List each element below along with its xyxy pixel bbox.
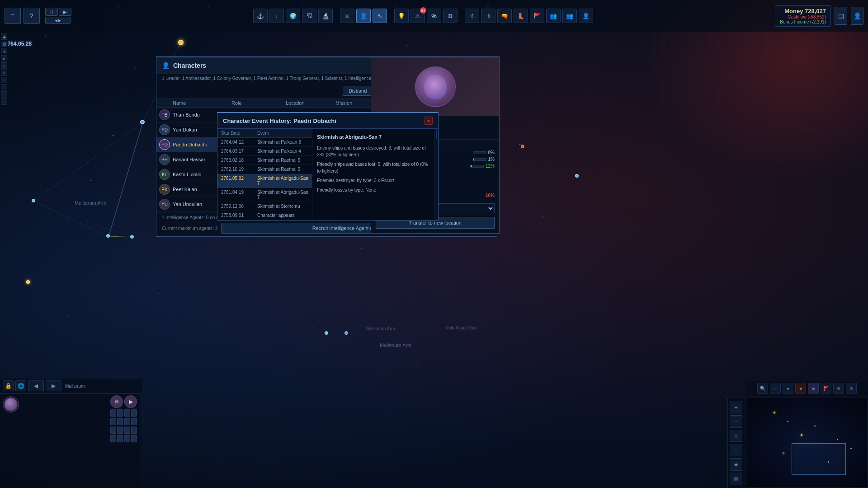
plus-icon-btn[interactable]: + bbox=[269, 9, 284, 23]
control-btn-13[interactable] bbox=[124, 418, 130, 425]
map-region-label-4: Kolo Asogi Void bbox=[445, 325, 477, 330]
sidebar-mini-btn-2[interactable]: 🌐 bbox=[1, 41, 7, 47]
disband-button[interactable]: Disband bbox=[343, 86, 373, 96]
event-item-7[interactable]: 2759.12.06 Skirmish at Stoinomu bbox=[217, 202, 312, 211]
event-list-scroll[interactable]: 2764.04.12 Skirmish at Paikean 3 2764.03… bbox=[217, 138, 312, 220]
people1-icon-btn[interactable]: 👥 bbox=[546, 9, 561, 23]
minimap-controls: + − ○ · ★ ⊕ bbox=[727, 398, 744, 488]
mm-extra-btn[interactable]: ⊕ bbox=[730, 473, 742, 485]
mm-circle-btn[interactable]: ○ bbox=[730, 430, 742, 442]
character-icon-btn[interactable]: 👤 bbox=[356, 9, 371, 23]
control-btn-3[interactable] bbox=[117, 409, 123, 417]
sword2-icon-btn[interactable]: 🗡 bbox=[481, 9, 495, 23]
mm-icon-zoom-in[interactable]: 🔍 bbox=[757, 383, 768, 394]
d-icon-btn[interactable]: D bbox=[443, 9, 458, 23]
right-panel-btn[interactable]: ▤ bbox=[835, 7, 847, 25]
menu-button[interactable]: ≡ bbox=[5, 8, 21, 24]
col-location: Location bbox=[286, 100, 335, 106]
speed-arrows-button[interactable]: ◀ ▶ bbox=[45, 17, 71, 24]
flag-icon-btn[interactable]: 🚩 bbox=[530, 9, 544, 23]
mm-icon-color1[interactable]: ■ bbox=[795, 383, 806, 394]
right-panel-btn2[interactable]: 👤 bbox=[851, 7, 863, 25]
next-nav-button[interactable]: ▶ bbox=[46, 380, 61, 391]
sidebar-mini-btn-8[interactable]: ↕ bbox=[1, 84, 7, 90]
mm-icon-color2[interactable]: ■ bbox=[808, 383, 819, 394]
speed-2-button[interactable]: ▶ bbox=[59, 8, 71, 16]
event-item-3[interactable]: 2763.02.18 Skirmish at Raethal 5 bbox=[217, 156, 312, 165]
sidebar-mini-btn-3[interactable]: ◀ bbox=[1, 48, 7, 54]
boot-icon-btn[interactable]: 👢 bbox=[514, 9, 528, 23]
event-detail: Skirmish at Abrigadu-San 7 Enemy ships a… bbox=[312, 129, 434, 220]
troop-icon-btn[interactable]: ⚔ bbox=[340, 9, 354, 23]
control-btn-10[interactable]: ▶ bbox=[124, 395, 137, 408]
mm-dot-btn[interactable]: · bbox=[730, 444, 742, 456]
control-btn-18[interactable] bbox=[131, 435, 137, 442]
mm-zoom-in-btn[interactable]: + bbox=[730, 401, 742, 413]
speed-1-button[interactable]: ⏸ bbox=[45, 8, 58, 16]
sidebar-mini-btn-4[interactable]: ▶ bbox=[1, 55, 7, 61]
mm-icon-extra2[interactable]: ⊗ bbox=[846, 383, 857, 394]
sidebar-mini-btn-9[interactable]: ↕ bbox=[1, 91, 7, 98]
lamp-icon-btn[interactable]: 💡 bbox=[394, 9, 409, 23]
help-button[interactable]: ? bbox=[24, 8, 40, 24]
mm-zoom-out-btn[interactable]: − bbox=[730, 415, 742, 428]
control-btn-15[interactable] bbox=[124, 427, 130, 434]
people3-icon-btn[interactable]: 👤 bbox=[579, 9, 593, 23]
dialog-close-button[interactable]: × bbox=[425, 117, 433, 125]
control-btn-5[interactable] bbox=[117, 418, 123, 425]
control-btn-12[interactable] bbox=[131, 409, 137, 417]
sidebar-mini-btn-10[interactable]: ↕ bbox=[1, 99, 7, 105]
event-item-6[interactable]: 2761.04.19 Skirmish at Abrigadu-San 7 bbox=[217, 188, 312, 202]
minimap[interactable] bbox=[746, 398, 868, 488]
event-item-4[interactable]: 2762.10.19 Skirmish at Raethal 5 bbox=[217, 165, 312, 174]
control-btn-2[interactable] bbox=[110, 409, 116, 417]
sidebar-mini-btn-7[interactable]: ↕ bbox=[1, 77, 7, 83]
event-detail-scrollbar[interactable] bbox=[434, 129, 438, 220]
lock-button[interactable]: 🔒 bbox=[3, 380, 14, 391]
sidebar-mini-btn-5[interactable]: ⟲ bbox=[1, 62, 7, 69]
event-name-3: Skirmish at Raethal 5 bbox=[257, 158, 308, 163]
control-btn-17[interactable] bbox=[124, 435, 130, 442]
gun-icon-btn[interactable]: 🔫 bbox=[497, 9, 512, 23]
control-btn-7[interactable] bbox=[117, 427, 123, 434]
event-item-8[interactable]: 2758.09.01 Character appears bbox=[217, 211, 312, 220]
mm-icon-extra1[interactable]: ⊕ bbox=[833, 383, 844, 394]
control-btn-6[interactable] bbox=[110, 427, 116, 434]
people2-icon-btn[interactable]: 👥 bbox=[562, 9, 577, 23]
prev-nav-button[interactable]: ◀ bbox=[28, 380, 44, 391]
fleet-icon-btn[interactable]: ⚓ bbox=[253, 9, 268, 23]
sword1-icon-btn[interactable]: 🗡 bbox=[465, 9, 479, 23]
event-item-5[interactable]: 2761.05.02 Skirmish at Abrigadu-San 7 bbox=[217, 174, 312, 188]
mm-icon-circle[interactable]: ○ bbox=[770, 383, 781, 394]
control-btn-4[interactable] bbox=[110, 418, 116, 425]
event-item-1[interactable]: 2764.04.12 Skirmish at Paikean 3 bbox=[217, 138, 312, 147]
map-node-star9 bbox=[325, 331, 328, 335]
map-node-star2 bbox=[140, 120, 145, 124]
globe-button[interactable]: 🌐 bbox=[15, 380, 26, 391]
mm-dot-2 bbox=[787, 421, 788, 422]
build-icon-btn[interactable]: 🏗 bbox=[302, 9, 316, 23]
left-sidebar: 🔒 🌐 ◀ ▶ ⟲ ⟳ ↕ ↕ ↕ ↕ bbox=[0, 32, 8, 107]
research-icon-btn[interactable]: 🔬 bbox=[318, 9, 333, 23]
event-date-2: 2764.03.17 bbox=[221, 149, 257, 154]
control-btn-8[interactable] bbox=[110, 435, 116, 442]
control-btn-11[interactable] bbox=[124, 409, 130, 417]
event-item-2[interactable]: 2764.03.17 Skirmish at Paikean 4 bbox=[217, 147, 312, 156]
planet-icon-btn[interactable]: 🌍 bbox=[286, 9, 300, 23]
event-date-7: 2759.12.06 bbox=[221, 204, 257, 209]
percent-icon-btn[interactable]: % bbox=[427, 9, 441, 23]
mm-icon-dot[interactable]: ● bbox=[783, 383, 793, 394]
control-btn-14[interactable] bbox=[131, 418, 137, 425]
dialog-content: Star Date Event 2764.04.12 Skirmish at P… bbox=[217, 129, 438, 220]
control-btn-1[interactable]: ⚙ bbox=[110, 395, 123, 408]
cashflow-value: (-58,552) bbox=[807, 14, 826, 19]
control-btn-16[interactable] bbox=[131, 427, 137, 434]
control-btn-9[interactable] bbox=[117, 435, 123, 442]
mm-star-btn[interactable]: ★ bbox=[730, 458, 742, 471]
sidebar-mini-btn-6[interactable]: ⟳ bbox=[1, 70, 7, 76]
alert-icon-btn[interactable]: ⚠ 84 bbox=[410, 9, 425, 23]
mm-icon-flag[interactable]: 🚩 bbox=[821, 383, 831, 394]
money-display: Money 728,027 Cashflow (-58,552) Bonus I… bbox=[775, 5, 831, 27]
cursor-icon-btn[interactable]: ↖ bbox=[373, 9, 387, 23]
sidebar-mini-btn-1[interactable]: 🔒 bbox=[1, 33, 7, 40]
